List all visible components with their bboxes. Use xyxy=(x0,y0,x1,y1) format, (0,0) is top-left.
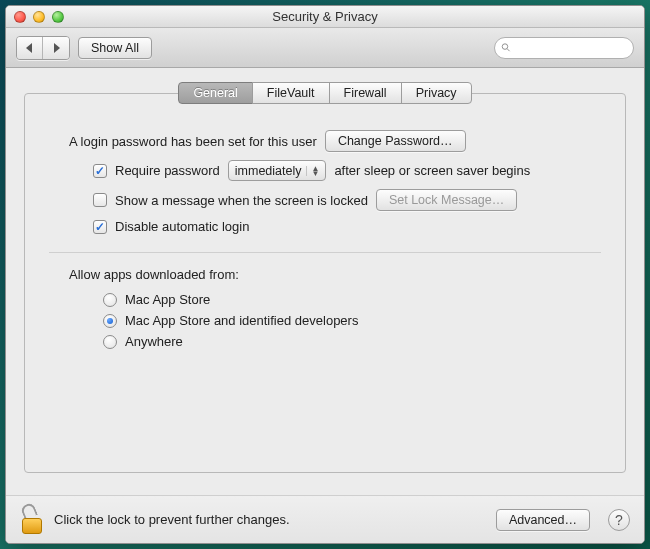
show-message-checkbox[interactable] xyxy=(93,193,107,207)
divider xyxy=(49,252,601,253)
login-password-row: A login password has been set for this u… xyxy=(69,130,601,152)
disable-auto-login-label: Disable automatic login xyxy=(115,219,249,234)
change-password-button[interactable]: Change Password… xyxy=(325,130,466,152)
tab-bar: General FileVault Firewall Privacy xyxy=(24,82,626,104)
radio-label: Mac App Store and identified developers xyxy=(125,313,358,328)
search-input[interactable] xyxy=(515,40,633,56)
tab-label: FileVault xyxy=(267,86,315,100)
window-title: Security & Privacy xyxy=(6,9,644,24)
tab-label: Firewall xyxy=(344,86,387,100)
require-password-label: Require password xyxy=(115,163,220,178)
tab-privacy[interactable]: Privacy xyxy=(401,82,472,104)
tabs-container: General FileVault Firewall Privacy A log… xyxy=(24,82,626,473)
login-password-label: A login password has been set for this u… xyxy=(69,134,317,149)
search-icon xyxy=(501,42,511,53)
advanced-button[interactable]: Advanced… xyxy=(496,509,590,531)
disable-auto-login-checkbox[interactable] xyxy=(93,220,107,234)
radio-appstore[interactable] xyxy=(103,293,117,307)
select-value: immediately xyxy=(235,164,302,178)
gatekeeper-radio-group: Mac App Store Mac App Store and identifi… xyxy=(103,292,601,349)
stepper-arrows-icon: ▲▼ xyxy=(306,166,319,176)
svg-point-0 xyxy=(502,44,508,50)
tab-firewall[interactable]: Firewall xyxy=(329,82,402,104)
set-lock-message-button: Set Lock Message… xyxy=(376,189,517,211)
search-field[interactable] xyxy=(494,37,634,59)
require-password-delay-select[interactable]: immediately ▲▼ xyxy=(228,160,327,181)
advanced-label: Advanced… xyxy=(509,513,577,527)
triangle-left-icon xyxy=(25,43,35,53)
radio-label: Mac App Store xyxy=(125,292,210,307)
gatekeeper-heading: Allow apps downloaded from: xyxy=(69,267,601,282)
nav-back-forward xyxy=(16,36,70,60)
unlock-icon[interactable] xyxy=(20,506,44,534)
footer: Click the lock to prevent further change… xyxy=(6,495,644,543)
svg-line-1 xyxy=(507,49,509,51)
tab-filevault[interactable]: FileVault xyxy=(252,82,330,104)
gatekeeper-option-identified: Mac App Store and identified developers xyxy=(103,313,601,328)
toolbar: Show All xyxy=(6,28,644,68)
forward-button[interactable] xyxy=(43,37,69,59)
tab-general[interactable]: General xyxy=(178,82,252,104)
tab-content-frame: A login password has been set for this u… xyxy=(24,93,626,473)
back-button[interactable] xyxy=(17,37,43,59)
zoom-window-button[interactable] xyxy=(52,11,64,23)
preferences-window: Security & Privacy Show All General File… xyxy=(5,5,645,544)
radio-label: Anywhere xyxy=(125,334,183,349)
close-window-button[interactable] xyxy=(14,11,26,23)
change-password-label: Change Password… xyxy=(338,134,453,148)
titlebar: Security & Privacy xyxy=(6,6,644,28)
window-controls xyxy=(6,11,64,23)
require-password-checkbox[interactable] xyxy=(93,164,107,178)
show-message-row: Show a message when the screen is locked… xyxy=(93,189,601,211)
minimize-window-button[interactable] xyxy=(33,11,45,23)
help-button[interactable]: ? xyxy=(608,509,630,531)
gatekeeper-option-anywhere: Anywhere xyxy=(103,334,601,349)
radio-anywhere[interactable] xyxy=(103,335,117,349)
show-all-label: Show All xyxy=(91,41,139,55)
radio-identified[interactable] xyxy=(103,314,117,328)
disable-auto-login-row: Disable automatic login xyxy=(93,219,601,234)
tab-label: General xyxy=(193,86,237,100)
lock-label: Click the lock to prevent further change… xyxy=(54,512,290,527)
tab-label: Privacy xyxy=(416,86,457,100)
require-password-row: Require password immediately ▲▼ after sl… xyxy=(93,160,601,181)
set-lock-message-label: Set Lock Message… xyxy=(389,193,504,207)
gatekeeper-option-appstore: Mac App Store xyxy=(103,292,601,307)
help-icon: ? xyxy=(615,512,623,528)
show-message-label: Show a message when the screen is locked xyxy=(115,193,368,208)
show-all-button[interactable]: Show All xyxy=(78,37,152,59)
require-password-suffix: after sleep or screen saver begins xyxy=(334,163,530,178)
content-pane: General FileVault Firewall Privacy A log… xyxy=(6,68,644,495)
triangle-right-icon xyxy=(51,43,61,53)
